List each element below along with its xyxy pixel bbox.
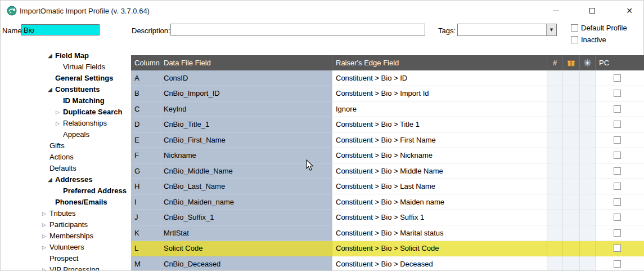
pc-checkbox[interactable] <box>614 136 621 144</box>
table-row-I[interactable]: ICnBio_Maiden_nameConstituent > Bio > Ma… <box>131 194 644 210</box>
table-row-E[interactable]: ECnBio_First_NameConstituent > Bio > Fir… <box>131 132 644 148</box>
expand-icon[interactable]: ▷ <box>56 118 63 129</box>
pc-checkbox[interactable] <box>614 105 621 113</box>
pc-checkbox[interactable] <box>614 260 621 268</box>
row-raisers-edge-field[interactable]: Constituent > Bio > Suffix 1 <box>332 210 547 226</box>
sidebar-item-gifts[interactable]: Gifts <box>1 140 131 152</box>
pc-checkbox[interactable] <box>614 183 621 190</box>
row-raisers-edge-field[interactable]: Constituent > Bio > First Name <box>332 132 547 148</box>
table-row-A[interactable]: AConsIDConstituent > Bio > ID <box>131 70 644 86</box>
row-data-file-field[interactable]: CnBio_Import_ID <box>160 86 332 102</box>
row-data-file-field[interactable]: MrtlStat <box>160 225 332 241</box>
table-row-K[interactable]: KMrtlStatConstituent > Bio > Marital sta… <box>131 225 644 241</box>
row-data-file-field[interactable]: CnBio_Suffix_1 <box>160 210 332 226</box>
row-data-file-field[interactable]: CnBio_Deceased <box>160 256 332 270</box>
pc-checkbox[interactable] <box>614 214 621 221</box>
sidebar-item-tributes[interactable]: ▷Tributes <box>1 208 131 219</box>
field-map-table: Column Data File Field Raiser's Edge Fie… <box>131 55 644 270</box>
expand-icon[interactable]: ▷ <box>42 264 49 270</box>
sidebar-item-participants[interactable]: ▷Participants <box>1 219 131 230</box>
row-raisers-edge-field[interactable]: Constituent > Bio > Deceased <box>332 256 547 270</box>
collapse-icon[interactable]: ◢ <box>48 174 55 185</box>
row-data-file-field[interactable]: ConsID <box>160 70 332 86</box>
collapse-icon[interactable]: ◢ <box>48 50 55 61</box>
row-data-file-field[interactable]: CnBio_Middle_Name <box>160 163 332 179</box>
row-raisers-edge-field[interactable]: Constituent > Bio > ID <box>332 70 547 86</box>
row-raisers-edge-field[interactable]: Constituent > Bio > Nickname <box>332 148 547 164</box>
sidebar-item-appeals[interactable]: Appeals <box>1 129 131 140</box>
row-data-file-field[interactable]: CnBio_Title_1 <box>160 117 332 133</box>
sidebar-item-prospect[interactable]: Prospect <box>1 253 131 264</box>
table-row-L[interactable]: LSolicit CodeConstituent > Bio > Solicit… <box>131 241 644 257</box>
sidebar-item-preferred-address[interactable]: Preferred Address <box>1 185 131 197</box>
pc-checkbox[interactable] <box>614 152 621 159</box>
chevron-down-icon[interactable]: ▼ <box>546 24 556 35</box>
table-row-G[interactable]: GCnBio_Middle_NameConstituent > Bio > Mi… <box>131 163 644 179</box>
default-profile-checkbox[interactable] <box>571 24 578 32</box>
row-column-letter: J <box>131 210 160 226</box>
sidebar-item-general-settings[interactable]: General Settings <box>1 73 131 84</box>
name-input[interactable] <box>21 24 100 35</box>
sidebar-item-id-matching[interactable]: ID Matching <box>1 95 131 106</box>
pc-checkbox[interactable] <box>614 90 621 97</box>
table-row-B[interactable]: BCnBio_Import_IDConstituent > Bio > Impo… <box>131 86 644 102</box>
sidebar-item-addresses[interactable]: ◢Addresses <box>1 174 131 185</box>
table-row-J[interactable]: JCnBio_Suffix_1Constituent > Bio > Suffi… <box>131 210 644 226</box>
sidebar-item-defaults[interactable]: Defaults <box>1 163 131 174</box>
sidebar-item-field-map[interactable]: ◢Field Map <box>1 50 131 61</box>
sidebar-item-duplicate-search[interactable]: ▷Duplicate Search <box>1 106 131 118</box>
row-raisers-edge-field[interactable]: Constituent > Bio > Title 1 <box>332 117 547 133</box>
row-raisers-edge-field[interactable]: Ignore <box>332 101 547 117</box>
row-data-file-field[interactable]: CnBio_Maiden_name <box>160 194 332 210</box>
row-data-file-field[interactable]: CnBio_Last_Name <box>160 179 332 195</box>
row-raisers-edge-field[interactable]: Constituent > Bio > Solicit Code <box>332 241 547 257</box>
row-raisers-edge-field[interactable]: Constituent > Bio > Last Name <box>332 179 547 195</box>
pc-checkbox[interactable] <box>614 121 621 128</box>
row-pc-cell <box>596 132 644 148</box>
row-gift-cell <box>563 194 580 210</box>
table-row-C[interactable]: CKeyIndIgnore <box>131 101 644 117</box>
row-data-file-field[interactable]: KeyInd <box>160 101 332 117</box>
pc-checkbox[interactable] <box>614 167 621 175</box>
description-input[interactable] <box>170 24 425 35</box>
sidebar-item-volunteers[interactable]: ▷Volunteers <box>1 242 131 253</box>
row-raisers-edge-field[interactable]: Constituent > Bio > Import Id <box>332 86 547 102</box>
expand-icon[interactable]: ▷ <box>42 208 49 219</box>
maximize-button[interactable] <box>584 4 601 17</box>
window-title: ImportOmatic Import Profile (v. 3.7.0.64… <box>20 7 150 15</box>
table-row-F[interactable]: FNicknameConstituent > Bio > Nickname <box>131 148 644 164</box>
sidebar-item-memberships[interactable]: ▷Memberships <box>1 230 131 242</box>
row-data-file-field[interactable]: Nickname <box>160 148 332 164</box>
expand-icon[interactable]: ▷ <box>42 219 49 230</box>
row-raisers-edge-field[interactable]: Constituent > Bio > Marital status <box>332 225 547 241</box>
pc-checkbox[interactable] <box>614 245 621 252</box>
row-data-file-field[interactable]: CnBio_First_Name <box>160 132 332 148</box>
pc-checkbox[interactable] <box>614 198 621 206</box>
row-gift-cell <box>563 241 580 257</box>
collapse-icon[interactable]: ◢ <box>48 84 55 95</box>
row-number-cell <box>547 148 563 164</box>
table-row-H[interactable]: HCnBio_Last_NameConstituent > Bio > Last… <box>131 179 644 195</box>
table-row-M[interactable]: MCnBio_DeceasedConstituent > Bio > Decea… <box>131 256 644 270</box>
sidebar-item-constituents[interactable]: ◢Constituents <box>1 84 131 95</box>
sidebar-item-actions[interactable]: Actions <box>1 152 131 163</box>
pc-checkbox[interactable] <box>614 74 621 82</box>
sidebar-item-vip-processing[interactable]: ▷VIP Processing <box>1 264 131 270</box>
expand-icon[interactable]: ▷ <box>56 106 63 118</box>
inactive-checkbox[interactable] <box>571 36 578 43</box>
row-gear-cell <box>580 163 596 179</box>
expand-icon[interactable]: ▷ <box>42 242 49 253</box>
sidebar-item-virtual-fields[interactable]: Virtual Fields <box>1 61 131 73</box>
row-data-file-field[interactable]: Solicit Code <box>160 241 332 257</box>
table-row-D[interactable]: DCnBio_Title_1Constituent > Bio > Title … <box>131 117 644 133</box>
tags-dropdown[interactable]: ▼ <box>457 24 557 36</box>
sidebar-item-relationships[interactable]: ▷Relationships <box>1 118 131 129</box>
sidebar-item-phones-emails[interactable]: Phones/Emails <box>1 197 131 208</box>
row-raisers-edge-field[interactable]: Constituent > Bio > Maiden name <box>332 194 547 210</box>
close-button[interactable]: ✕ <box>621 4 638 17</box>
minimize-button[interactable] <box>547 4 564 17</box>
row-raisers-edge-field[interactable]: Constituent > Bio > Middle Name <box>332 163 547 179</box>
column-header-data-file-field: Data File Field <box>160 55 332 70</box>
expand-icon[interactable]: ▷ <box>42 230 49 242</box>
pc-checkbox[interactable] <box>614 229 621 237</box>
